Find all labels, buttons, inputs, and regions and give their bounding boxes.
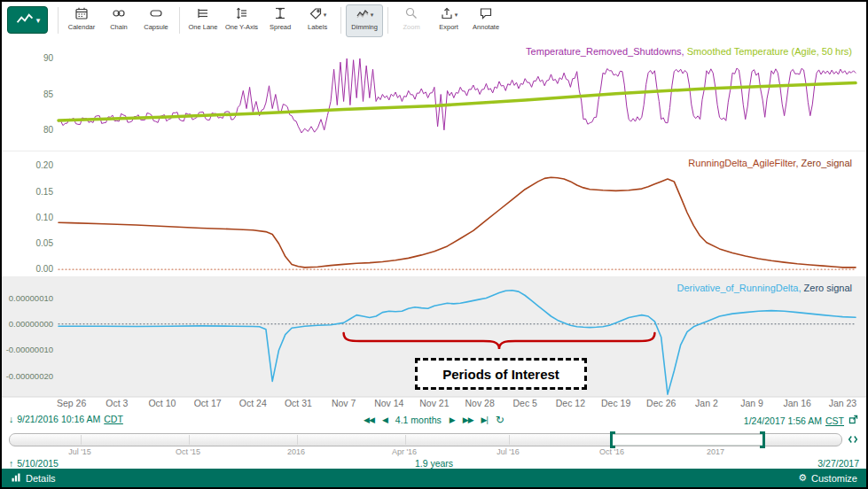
worksheet-view-button[interactable]: ▾ — [7, 6, 48, 34]
x-tick-label: Nov 7 — [332, 398, 356, 408]
y-tick-label: 90 — [43, 53, 54, 63]
customize-label: Customize — [811, 473, 857, 484]
step-forward-button[interactable]: ▶ — [450, 415, 455, 424]
legend-running-delta[interactable]: RunningDelta_AgileFilter, — [688, 158, 801, 168]
lane-2-background — [2, 151, 868, 277]
toolbar-button-label: One Y-Axis — [225, 23, 258, 31]
toolbar-separator — [387, 7, 388, 34]
legend-zero-signal[interactable]: Zero_signal — [802, 158, 852, 168]
investigate-range-info: ↑ 5/10/2015 1.9 years 3/27/2017 — [2, 458, 866, 469]
step-backward-button[interactable]: ◀ — [382, 415, 387, 424]
timeline-tick — [405, 435, 406, 445]
gear-icon: ⚙ — [798, 472, 807, 484]
timeline-axis-labels: Jul '15Oct '152016Apr '16Jul '16Oct '162… — [9, 447, 841, 456]
y-tick-label: 0.00000000 — [9, 319, 53, 329]
y-tick-label: -0.00000010 — [6, 345, 53, 354]
toolbar-button-spread[interactable]: Spread — [262, 4, 299, 37]
timeline-selection[interactable] — [613, 434, 762, 446]
timeline-tick — [189, 435, 190, 445]
annotation-brace — [344, 333, 655, 349]
skip-to-now-button[interactable]: ▶| — [481, 415, 488, 424]
x-tick-label: Dec 12 — [556, 398, 585, 408]
labels-icon — [309, 6, 323, 23]
toolbar-button-chain[interactable]: Chain — [100, 4, 137, 37]
y-tick-label: 0.20 — [36, 160, 54, 170]
toolbar-button-label: Calendar — [68, 23, 95, 31]
zoom-icon — [404, 6, 418, 23]
series-smoothed-temperature-agile-50-hrs-[interactable] — [59, 83, 856, 120]
toolbar-button-calendar[interactable]: Calendar — [63, 4, 100, 37]
toolbar-button-label: Labels — [308, 23, 327, 31]
y-tick-label: -0.00000020 — [6, 371, 53, 381]
spread-icon — [273, 6, 287, 23]
display-range-controls: ↓ 9/21/2016 10:16 AM CDT ◀◀ ◀ 4.1 months… — [2, 412, 866, 430]
fast-forward-button[interactable]: ▶▶ — [463, 415, 473, 424]
display-range-end[interactable]: 1/24/2017 1:56 AM — [744, 415, 822, 426]
chevron-down-icon: ▾ — [371, 12, 374, 19]
refresh-icon[interactable]: ↻ — [496, 414, 504, 426]
toolbar-button-zoom: Zoom — [393, 4, 430, 37]
toolbar-button-label: Export — [439, 23, 458, 31]
x-tick-label: Jan 16 — [783, 398, 811, 408]
bar-chart-icon — [11, 472, 21, 485]
fast-backward-button[interactable]: ◀◀ — [364, 415, 374, 424]
timeline-tick — [297, 435, 298, 445]
legend-zero-signal[interactable]: Zero signal — [804, 283, 852, 293]
expand-range-icon[interactable] — [848, 414, 859, 427]
periods-of-interest-annotation: Periods of Interest — [415, 358, 587, 390]
y-tick-label: 0.00000010 — [9, 293, 53, 303]
trend-analysis-window: 9085800.200.150.100.050.000.000000100.00… — [0, 0, 868, 489]
series-runningdelta-agilefilter[interactable] — [59, 177, 856, 268]
x-tick-label: Nov 14 — [374, 398, 403, 408]
legend-temperature[interactable]: Temperature_Removed_Shutdowns, — [526, 46, 687, 57]
timeline-tick — [509, 435, 510, 445]
x-tick-label: Dec 26 — [646, 398, 676, 408]
toolbar-button-label: Spread — [270, 23, 291, 31]
toolbar-button-export[interactable]: ▾Export — [430, 4, 467, 37]
toolbar-separator — [58, 7, 59, 34]
annotation-label: Periods of Interest — [442, 367, 559, 382]
timeline-label: Jul '15 — [68, 447, 91, 456]
series-temperature-removed-shutdowns[interactable] — [59, 58, 856, 133]
details-button[interactable]: Details — [11, 472, 56, 485]
toolbar-button-labels[interactable]: ▾Labels — [299, 4, 336, 37]
timeline-selection-start-handle[interactable] — [610, 431, 615, 448]
investigate-range-end[interactable]: 3/27/2017 — [817, 458, 859, 469]
details-label: Details — [26, 473, 56, 484]
trend-chart-area[interactable]: 9085800.200.150.100.050.000.000000100.00… — [2, 2, 868, 418]
investigate-range-scrollbar[interactable] — [9, 433, 842, 446]
toolbar-button-label: Capsule — [144, 23, 168, 31]
display-range-duration[interactable]: 4.1 months — [395, 415, 442, 425]
y-tick-label: 0.15 — [36, 187, 54, 197]
trend-chart-svg[interactable]: 9085800.200.150.100.050.000.000000100.00… — [2, 2, 868, 418]
y-tick-label: 80 — [43, 125, 54, 135]
toolbar-button-annotate[interactable]: Annotate — [467, 4, 504, 37]
x-tick-label: Nov 28 — [465, 398, 494, 408]
toolbar-button-capsule[interactable]: Capsule — [137, 4, 175, 37]
y-tick-label: 0.05 — [36, 238, 54, 248]
toolbar-button-dimming[interactable]: ▾Dimming — [346, 4, 383, 37]
timeline-label: 2017 — [707, 447, 724, 456]
toolbar-button-one-y-axis[interactable]: One Y-Axis — [222, 4, 262, 37]
lane-1-legend: Temperature_Removed_Shutdowns, Smoothed … — [526, 46, 852, 57]
export-icon — [440, 6, 454, 23]
one-y-axis-icon — [235, 6, 249, 23]
timeline-selection-end-handle[interactable] — [760, 431, 765, 448]
timeline-label: Oct '16 — [599, 447, 624, 456]
trend-icon — [15, 12, 35, 28]
legend-derivative[interactable]: Derivative_of_RunningDelta, — [676, 283, 803, 293]
expand-timeline-icon[interactable] — [846, 433, 862, 446]
toolbar-button-one-lane[interactable]: One Lane — [184, 4, 222, 37]
one-lane-icon — [196, 6, 210, 23]
investigate-range-duration: 1.9 years — [415, 458, 453, 469]
lane-2-legend: RunningDelta_AgileFilter, Zero_signal — [688, 158, 852, 168]
timeline-label: Oct '15 — [176, 447, 200, 456]
x-tick-label: Dec 19 — [601, 398, 630, 408]
calendar-icon — [74, 6, 89, 23]
lane-3-legend: Derivative_of_RunningDelta, Zero signal — [676, 283, 852, 293]
x-tick-label: Dec 5 — [512, 398, 537, 408]
legend-smoothed[interactable]: Smoothed Temperature (Agile, 50 hrs) — [687, 46, 852, 57]
timezone-link-end[interactable]: CST — [825, 415, 844, 426]
customize-button[interactable]: ⚙ Customize — [798, 472, 857, 484]
toolbar-separator — [179, 7, 180, 34]
